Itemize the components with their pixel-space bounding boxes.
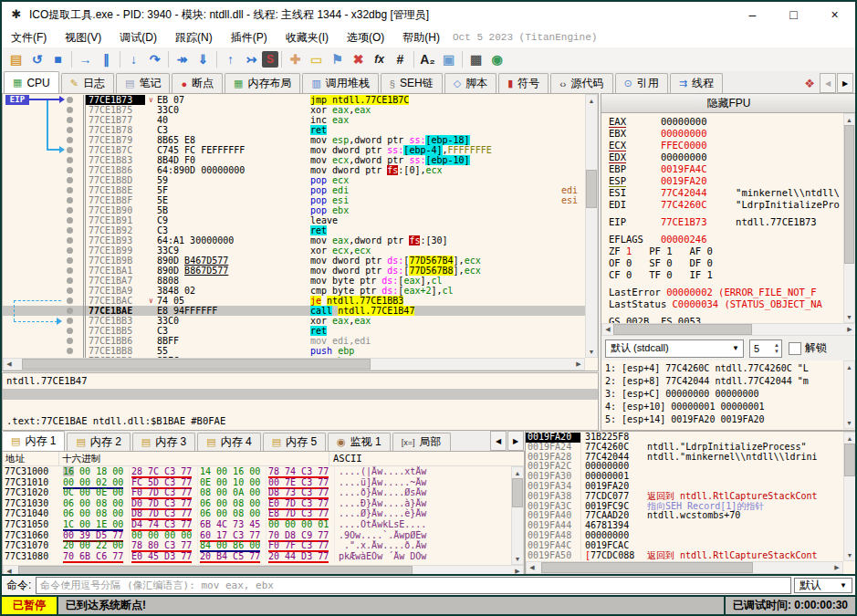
register-line[interactable]: ESP 0019FA20 (609, 175, 843, 187)
execute-till-return-icon[interactable]: ↠ (172, 50, 193, 69)
breakpoint-gutter[interactable] (3, 155, 86, 165)
tab-引用[interactable]: ⊙引用 (615, 73, 668, 93)
maximize-button[interactable]: □ (773, 2, 814, 27)
disasm-row[interactable]: 77CE1BA1890D B867D577mov dword ptr ds:[7… (3, 266, 585, 276)
assemble-fx-icon[interactable]: fx (369, 50, 390, 69)
breakpoint-gutter[interactable] (3, 195, 86, 205)
disasm-row[interactable]: 77CE1B8D59pop ecx (3, 175, 585, 185)
stack-vertical-scrollbar[interactable]: ▲ ▼ (843, 432, 856, 561)
argument-count-stepper[interactable]: 5 ▲▼ (749, 339, 782, 358)
trace-into-icon[interactable]: ⇓ (193, 50, 214, 69)
tab-内存布局[interactable]: ▦内存布局 (225, 73, 300, 93)
breakpoint-dot[interactable] (67, 247, 73, 254)
unlock-checkbox[interactable]: 解锁 (789, 340, 827, 356)
breakpoint-dot[interactable] (67, 167, 73, 173)
breakpoint-gutter[interactable] (3, 225, 86, 235)
dump-row[interactable]: 77C3107020 00 22 0078 80 C3 7784 00 86 0… (3, 540, 511, 551)
checkbox-box[interactable] (789, 342, 801, 355)
breakpoint-gutter[interactable] (3, 175, 86, 185)
breakpoint-dot[interactable] (67, 187, 73, 193)
dump-tab-scroll-left-button[interactable]: ◀ (490, 431, 507, 451)
disasm-row[interactable]: 77CE1B9B890D B467D577mov dword ptr ds:[7… (3, 256, 585, 266)
dump-tab-scroll-right-button[interactable]: ▶ (507, 431, 524, 451)
dump-row[interactable]: 77C3103006 00 08 00D0 7D C3 7706 00 08 0… (3, 498, 511, 509)
disasm-row[interactable]: 77CE1B8E5Fpop ediedi (3, 185, 585, 195)
register-line[interactable]: EDX 00000000 (609, 151, 843, 163)
breakpoint-gutter[interactable] (3, 326, 86, 336)
register-line[interactable]: OF 0 SF 0 DF 0 (609, 257, 843, 269)
breakpoint-gutter[interactable] (3, 306, 86, 316)
breakpoint-gutter[interactable] (3, 266, 86, 276)
dump-row[interactable]: 77C3108070 6B C6 77E0 45 D3 7720 B4 C5 7… (3, 551, 511, 562)
tab-笔记[interactable]: ▤笔记 (116, 73, 170, 93)
menu-item[interactable]: 插件(P) (222, 30, 277, 46)
register-line[interactable]: LastStatus C0000034 (STATUS_OBJECT_NA (609, 298, 843, 310)
register-line[interactable]: ZF 1 PF 1 AF 0 (609, 245, 843, 257)
breakpoint-dot[interactable] (67, 298, 73, 304)
menu-item[interactable]: 选项(O) (338, 30, 393, 46)
breakpoint-dot[interactable] (67, 318, 73, 324)
stack-row[interactable]: 0019FA2031B225F8 (526, 433, 843, 443)
breakpoint-dot[interactable] (67, 217, 73, 224)
breakpoint-gutter[interactable] (3, 276, 86, 286)
breakpoint-dot[interactable] (67, 147, 73, 153)
registers-horizontal-scrollbar[interactable]: ◀ ▶ (601, 323, 856, 336)
stack-row[interactable]: 0019FA2477C4260Cntdll."LdrpInitializePro… (526, 443, 843, 453)
register-line[interactable]: EIP 77CE1B73 ntdll.77CE1B73 (609, 216, 843, 228)
bookmark-icon[interactable]: ⚑ (327, 50, 348, 69)
step-into-icon[interactable]: ↓ (123, 50, 144, 69)
run-to-user-code-icon[interactable]: ↣ (241, 50, 262, 69)
tab-脚本[interactable]: ◇脚本 (444, 73, 496, 93)
menu-item[interactable]: 收藏夹(I) (277, 30, 338, 46)
argument-line[interactable]: 4: [esp+10] 00000001 00000001 (605, 401, 844, 413)
stack-row[interactable]: 0019FA3C0019FC9C指向SEH_Record[1]的指针 (526, 502, 843, 512)
dump-row[interactable]: 77C3104006 00 08 00D8 7D C3 7706 00 08 0… (3, 508, 511, 519)
menu-item[interactable]: 文件(F) (2, 30, 56, 46)
register-line[interactable]: EFLAGS 00000246 (609, 234, 843, 245)
breakpoint-dot[interactable] (67, 137, 73, 143)
breakpoint-dot[interactable] (67, 207, 73, 214)
register-line[interactable]: EBP 0019FA4C (609, 163, 843, 175)
breakpoint-dot[interactable] (67, 177, 73, 183)
breakpoint-dot[interactable] (67, 338, 73, 344)
disasm-row[interactable]: 77CE1BA78808mov byte ptr ds:[eax],cl (3, 276, 585, 286)
breakpoint-gutter[interactable] (3, 245, 86, 256)
menu-item[interactable]: 跟踪(N) (166, 30, 222, 46)
tab-调用堆栈[interactable]: ▥调用堆栈 (302, 73, 378, 93)
tab-scroll-right-button[interactable]: ▶ (837, 73, 853, 93)
register-line[interactable]: LastError 00000002 (ERROR_FILE_NOT_F (609, 287, 843, 298)
breakpoint-dot[interactable] (67, 157, 73, 163)
stack-row[interactable]: 0019FA4077CAAD20ntdll.wcstombs+70 (526, 511, 843, 521)
dump-row[interactable]: 77C310200C 00 0E 00F0 7D C3 7708 00 0A 0… (3, 487, 511, 498)
registers-vertical-scrollbar[interactable]: ▲ ▼ (843, 113, 855, 323)
breakpoint-dot[interactable] (67, 127, 73, 133)
argument-line[interactable]: 5: [esp+14] 0019FA20 0019FA20 (605, 413, 844, 426)
tab-符号[interactable]: ▮符号 (498, 73, 549, 93)
stack-row[interactable]: 0019FA3877CDC077返回到 ntdll.RtlCaptureStac… (526, 492, 843, 502)
breakpoint-gutter[interactable] (3, 346, 86, 356)
tab-内存 1[interactable]: ▤内存 1 (2, 431, 65, 451)
tab-断点[interactable]: ●断点 (172, 73, 223, 93)
breakpoint-gutter[interactable] (3, 336, 86, 346)
tab-内存 2[interactable]: ▤内存 2 (67, 433, 130, 451)
disasm-row[interactable]: 77CE1B8F5Epop esiesi (3, 195, 585, 205)
disasm-row[interactable]: 77CE1B8664:890D 00000000mov dword ptr fs… (3, 165, 585, 175)
breakpoint-dot[interactable] (67, 197, 73, 204)
tab-SEH链[interactable]: §SEH链 (381, 73, 443, 93)
argument-line[interactable]: 3: [esp+C] 00000000 00000000 (605, 388, 844, 401)
disasm-row[interactable]: 77CE1B7CC745 FC FEFFFFFFmov dword ptr ss… (3, 145, 585, 155)
breakpoint-gutter[interactable] (3, 215, 86, 225)
step-over-icon[interactable]: ↷ (144, 50, 165, 69)
breakpoint-dot[interactable] (67, 348, 73, 354)
stop-icon[interactable]: ■ (47, 50, 68, 69)
disasm-row[interactable]: 77CE1BAC∨74 05je ntdll.77CE1BB3 (3, 296, 585, 306)
disasm-vertical-scrollbar[interactable]: ▲ ▼ (585, 94, 598, 358)
menu-item[interactable]: 调试(D) (110, 30, 166, 46)
close-button[interactable]: × (814, 2, 855, 27)
disasm-row[interactable]: 77CE1BB855push ebp (3, 346, 585, 356)
disasm-row[interactable]: 77CE1B9364:A1 30000000mov eax,dword ptr … (3, 235, 585, 245)
tab-内存 3[interactable]: ▤内存 3 (132, 433, 195, 451)
breakpoint-gutter[interactable] (3, 115, 86, 125)
breakpoint-dot[interactable] (67, 237, 73, 244)
menu-item[interactable]: 视图(V) (56, 30, 110, 46)
